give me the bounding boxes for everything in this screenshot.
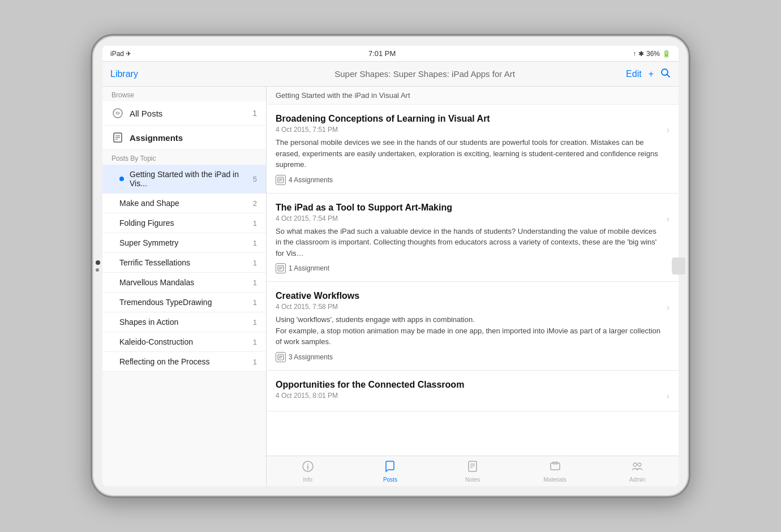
nav-left: Library	[110, 69, 224, 79]
svg-point-21	[307, 464, 308, 465]
topic-count-8: 1	[253, 338, 257, 346]
admin-icon	[631, 460, 643, 475]
search-button[interactable]	[660, 68, 671, 80]
post-badge-2: 3 Assignments	[276, 352, 662, 362]
all-posts-icon	[111, 107, 124, 119]
status-left: iPad ✈	[110, 50, 131, 58]
battery-icon: 🔋	[662, 50, 671, 58]
content-panel: Getting Started with the iPad in Visual …	[267, 87, 679, 486]
post-date-2: 4 Oct 2015, 7:58 PM	[276, 303, 662, 311]
badge-icon-0	[276, 175, 286, 185]
badge-icon-2	[276, 352, 286, 362]
post-excerpt-0: The personal mobile devices we see in th…	[276, 137, 662, 170]
assignments-icon	[111, 131, 124, 144]
all-posts-label: All Posts	[130, 109, 247, 118]
badge-icon-1	[276, 263, 286, 273]
post-date-3: 4 Oct 2015, 8:01 PM	[276, 392, 662, 400]
notes-icon	[466, 460, 479, 475]
topic-count-7: 1	[253, 318, 257, 327]
edit-button[interactable]: Edit	[626, 69, 642, 79]
post-item-3[interactable]: Opportunities for the Connected Classroo…	[267, 371, 679, 411]
topic-count-4: 1	[253, 259, 257, 267]
post-title-2: Creative Workflows	[276, 291, 662, 301]
svg-rect-22	[469, 461, 477, 471]
topic-item-6[interactable]: Tremendous TypeDrawing 1	[102, 293, 266, 312]
topic-label-6: Tremendous TypeDrawing	[119, 298, 253, 307]
side-dot-1	[96, 260, 100, 265]
ipad-screen: iPad ✈ 7:01 PM ↑ ✱ 36% 🔋 Library Super S…	[102, 46, 679, 486]
status-bar: iPad ✈ 7:01 PM ↑ ✱ 36% 🔋	[102, 46, 679, 62]
chevron-1: ›	[667, 214, 670, 224]
topic-item-4[interactable]: Terrific Tessellations 1	[102, 253, 266, 273]
svg-point-2	[113, 109, 122, 118]
post-excerpt-1: So what makes the iPad such a valuable d…	[276, 226, 662, 259]
topic-label-9: Reflecting on the Process	[119, 357, 253, 366]
all-posts-item[interactable]: All Posts 1	[102, 101, 266, 126]
topic-label-4: Terrific Tessellations	[119, 258, 253, 267]
info-icon	[302, 460, 314, 475]
post-content-0: Broadening Conceptions of Learning in Vi…	[276, 114, 662, 185]
browse-header: Browse	[102, 87, 266, 101]
badge-text-0: 4 Assignments	[289, 176, 333, 184]
tab-info[interactable]: Info	[267, 456, 349, 486]
right-button[interactable]	[672, 258, 685, 274]
library-button[interactable]: Library	[110, 69, 138, 79]
topic-count-0: 5	[253, 175, 257, 183]
add-button[interactable]: +	[649, 69, 654, 79]
post-title-0: Broadening Conceptions of Learning in Vi…	[276, 114, 662, 124]
side-dot-2	[96, 268, 99, 272]
assignments-item[interactable]: Assignments	[102, 126, 266, 150]
breadcrumb: Getting Started with the iPad in Visual …	[267, 87, 679, 105]
tab-posts-label: Posts	[383, 477, 397, 483]
posts-by-topic-header: Posts By Topic	[102, 150, 266, 165]
post-item-1[interactable]: The iPad as a Tool to Support Art-Making…	[267, 194, 679, 282]
topic-item-7[interactable]: Shapes in Action 1	[102, 312, 266, 332]
topic-label-1: Make and Shape	[119, 199, 253, 208]
topic-item-5[interactable]: Marvellous Mandalas 1	[102, 273, 266, 293]
all-posts-count: 1	[252, 109, 257, 118]
post-item-2[interactable]: Creative Workflows 4 Oct 2015, 7:58 PM U…	[267, 282, 679, 371]
ipad-frame: iPad ✈ 7:01 PM ↑ ✱ 36% 🔋 Library Super S…	[91, 34, 690, 498]
topic-item-3[interactable]: Super Symmetry 1	[102, 233, 266, 253]
nav-title: Super Shapes: Super Shapes: iPad Apps fo…	[224, 69, 626, 79]
badge-text-1: 1 Assignment	[289, 264, 329, 272]
topic-item-0[interactable]: Getting Started with the iPad in Vis... …	[102, 165, 266, 194]
chevron-3: ›	[667, 391, 670, 401]
side-dots	[96, 260, 100, 272]
tab-notes[interactable]: Notes	[431, 456, 514, 486]
status-right: ↑ ✱ 36% 🔋	[633, 50, 671, 58]
chevron-0: ›	[667, 125, 670, 135]
svg-line-1	[667, 74, 670, 77]
tab-bar: Info Posts	[267, 456, 679, 486]
main-area: Browse All Posts 1	[102, 87, 679, 486]
tab-notes-label: Notes	[465, 477, 480, 483]
topic-label-3: Super Symmetry	[119, 238, 253, 247]
tab-admin-label: Admin	[629, 477, 645, 483]
topic-item-1[interactable]: Make and Shape 2	[102, 194, 266, 213]
posts-icon	[384, 460, 396, 475]
tab-admin[interactable]: Admin	[596, 456, 679, 486]
topic-item-2[interactable]: Folding Figures 1	[102, 213, 266, 233]
topic-label-0: Getting Started with the iPad in Vis...	[130, 170, 253, 188]
status-time: 7:01 PM	[368, 49, 396, 58]
posts-list: Broadening Conceptions of Learning in Vi…	[267, 105, 679, 456]
topic-label-5: Marvellous Mandalas	[119, 278, 253, 287]
bluetooth-icon: ✱	[638, 50, 644, 58]
topic-item-8[interactable]: Kaleido-Construction 1	[102, 332, 266, 352]
svg-point-29	[638, 463, 641, 466]
tab-posts[interactable]: Posts	[349, 456, 432, 486]
tab-materials-label: Materials	[543, 477, 567, 483]
topic-count-6: 1	[253, 298, 257, 307]
post-badge-0: 4 Assignments	[276, 175, 662, 185]
post-date-1: 4 Oct 2015, 7:54 PM	[276, 214, 662, 222]
tab-materials[interactable]: Materials	[514, 456, 597, 486]
badge-text-2: 3 Assignments	[289, 353, 333, 361]
topic-count-3: 1	[253, 239, 257, 247]
post-item-0[interactable]: Broadening Conceptions of Learning in Vi…	[267, 105, 679, 194]
post-title-1: The iPad as a Tool to Support Art-Making	[276, 203, 662, 213]
post-date-0: 4 Oct 2015, 7:51 PM	[276, 126, 662, 134]
topic-item-9[interactable]: Reflecting on the Process 1	[102, 352, 266, 372]
topic-label-8: Kaleido-Construction	[119, 337, 253, 346]
topic-count-5: 1	[253, 278, 257, 287]
topic-label-7: Shapes in Action	[119, 318, 253, 327]
